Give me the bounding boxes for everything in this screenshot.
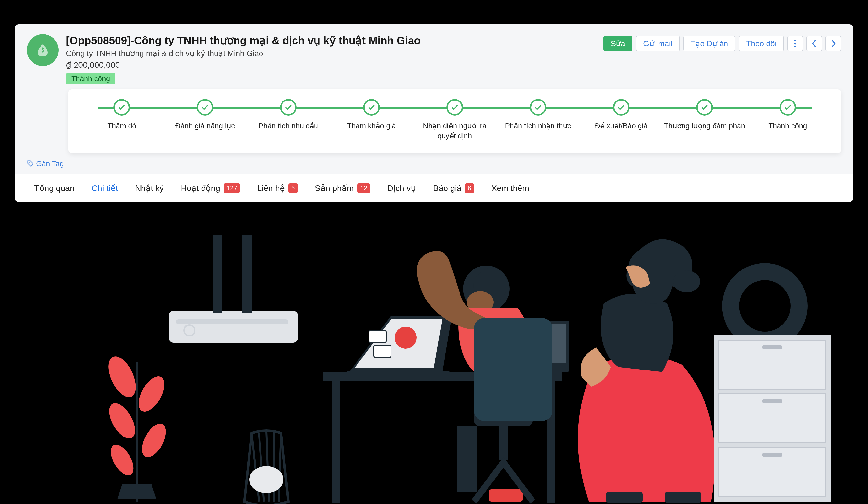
- tab-more[interactable]: Xem thêm: [491, 183, 529, 193]
- svg-point-8: [184, 325, 195, 336]
- record-subtitle: Công ty TNHH thương mại & dịch vụ kỹ thu…: [66, 49, 596, 58]
- svg-rect-4: [169, 311, 298, 343]
- svg-rect-20: [505, 324, 566, 363]
- svg-rect-7: [176, 319, 288, 324]
- svg-rect-18: [547, 381, 555, 503]
- step-tham-khao-gia[interactable]: Tham khảo giá: [330, 99, 413, 131]
- tab-contacts[interactable]: Liên hệ 5: [257, 183, 298, 193]
- svg-point-1: [794, 43, 796, 44]
- status-badge: Thành công: [66, 73, 115, 84]
- svg-point-9: [731, 272, 799, 340]
- svg-rect-28: [474, 377, 533, 426]
- record-avatar: [27, 34, 59, 66]
- activity-count-badge: 127: [224, 183, 240, 193]
- check-icon: [117, 103, 126, 111]
- svg-point-26: [463, 265, 509, 312]
- step-tham-do[interactable]: Thăm dò: [81, 99, 163, 131]
- svg-rect-6: [242, 235, 252, 313]
- svg-rect-32: [498, 421, 508, 460]
- svg-rect-41: [763, 345, 782, 350]
- svg-rect-31: [474, 318, 552, 421]
- svg-rect-19: [501, 321, 569, 372]
- progress-card: Thăm dò Đánh giá năng lực Phân tích nhu …: [69, 89, 841, 153]
- edit-button[interactable]: Sửa: [603, 36, 632, 51]
- svg-point-10: [103, 352, 142, 401]
- svg-point-11: [133, 372, 169, 416]
- chevron-left-icon: [812, 39, 817, 48]
- check-icon: [451, 103, 459, 111]
- svg-rect-39: [719, 394, 826, 443]
- svg-rect-30: [457, 426, 476, 492]
- money-bag-icon: [35, 43, 50, 58]
- more-options-button[interactable]: [787, 36, 803, 51]
- follow-button[interactable]: Theo dõi: [739, 36, 784, 51]
- quotes-count-badge: 6: [465, 183, 474, 193]
- svg-rect-38: [719, 340, 826, 389]
- step-thanh-cong[interactable]: Thành công: [746, 99, 829, 131]
- svg-rect-42: [763, 399, 782, 403]
- step-phan-tich-nhan-thuc[interactable]: Phân tích nhận thức: [497, 99, 579, 131]
- more-vertical-icon: [794, 39, 796, 48]
- svg-rect-24: [374, 345, 391, 357]
- step-label: Thương lượng đàm phán: [664, 121, 745, 131]
- check-icon: [534, 103, 542, 111]
- svg-point-14: [106, 441, 138, 479]
- svg-point-3: [29, 162, 30, 163]
- step-danh-gia-nang-luc[interactable]: Đánh giá năng lực: [164, 99, 246, 131]
- check-icon: [284, 103, 292, 111]
- tab-overview[interactable]: Tổng quan: [34, 183, 74, 193]
- action-buttons: Sửa Gửi mail Tạo Dự án Theo dõi: [603, 34, 841, 51]
- tab-activity[interactable]: Hoạt động 127: [181, 183, 240, 193]
- tab-quotes[interactable]: Báo giá 6: [433, 183, 474, 193]
- svg-rect-35: [606, 492, 643, 503]
- create-project-button[interactable]: Tạo Dự án: [683, 36, 735, 51]
- step-label: Thành công: [768, 121, 807, 131]
- svg-point-12: [104, 399, 140, 443]
- record-card: [Opp508509]-Công ty TNHH thương mại & dị…: [15, 24, 853, 202]
- svg-rect-43: [763, 453, 782, 457]
- svg-point-22: [395, 327, 417, 349]
- svg-point-27: [467, 291, 494, 313]
- tab-journal[interactable]: Nhật ký: [135, 183, 164, 193]
- tab-products[interactable]: Sản phẩm 12: [315, 183, 370, 193]
- office-illustration: [0, 235, 868, 504]
- svg-point-2: [794, 46, 796, 48]
- check-icon: [617, 103, 626, 111]
- check-icon: [201, 103, 209, 111]
- tag-row[interactable]: Gán Tag: [15, 158, 853, 174]
- check-icon: [700, 103, 709, 111]
- step-de-xuat-bao-gia[interactable]: Đề xuất/Báo giá: [580, 99, 662, 131]
- step-label: Phân tích nhu cầu: [259, 121, 318, 131]
- chevron-right-icon: [830, 39, 836, 48]
- svg-point-15: [249, 466, 283, 493]
- send-mail-button[interactable]: Gửi mail: [636, 36, 680, 51]
- tag-icon: [27, 160, 34, 167]
- step-label: Đánh giá năng lực: [175, 121, 235, 131]
- prev-button[interactable]: [806, 36, 822, 51]
- next-button[interactable]: [826, 36, 841, 51]
- svg-point-34: [673, 271, 700, 292]
- check-icon: [784, 103, 792, 111]
- step-label: Đề xuất/Báo giá: [595, 121, 648, 131]
- step-label: Tham khảo giá: [347, 121, 396, 131]
- tab-services[interactable]: Dịch vụ: [387, 183, 416, 193]
- step-thuong-luong[interactable]: Thương lượng đàm phán: [663, 99, 746, 131]
- svg-rect-40: [719, 448, 826, 497]
- step-phan-tich-nhu-cau[interactable]: Phân tích nhu cầu: [247, 99, 329, 131]
- step-label: Thăm dò: [107, 121, 136, 131]
- svg-rect-23: [369, 330, 386, 343]
- svg-rect-25: [347, 371, 450, 375]
- record-amount: ₫ 200,000,000: [66, 60, 596, 70]
- svg-point-0: [794, 40, 796, 41]
- svg-rect-36: [665, 492, 701, 503]
- svg-rect-5: [213, 235, 223, 313]
- check-icon: [367, 103, 375, 111]
- step-nhan-dien-nguoi-quyet-dinh[interactable]: Nhận diện người ra quyết định: [414, 99, 496, 141]
- tab-details[interactable]: Chi tiết: [92, 183, 118, 193]
- svg-point-33: [630, 245, 679, 294]
- svg-rect-29: [489, 489, 523, 502]
- svg-rect-16: [322, 372, 562, 381]
- step-label: Nhận diện người ra quyết định: [414, 121, 496, 141]
- contacts-count-badge: 5: [288, 183, 298, 193]
- svg-point-13: [137, 420, 171, 461]
